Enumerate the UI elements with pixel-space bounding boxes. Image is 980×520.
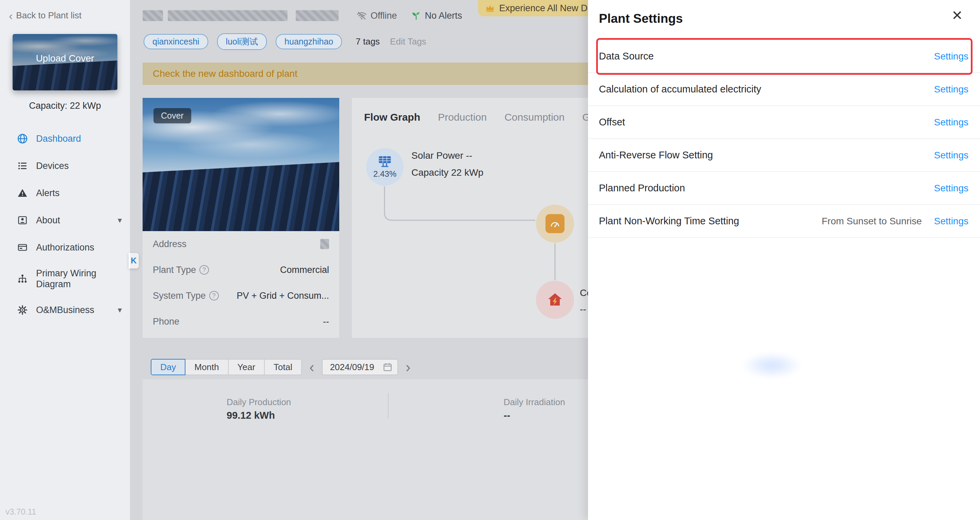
sidebar: ‹ Back to Plant list Upload Cover Capaci… [0,0,130,520]
sidebar-item-label: Primary Wiring Diagram [36,268,104,290]
sidebar-item-devices[interactable]: Devices [0,152,130,179]
consumption-node[interactable] [536,281,574,319]
settings-row-planned-production: Planned Production Settings [588,172,980,205]
settings-row-anti-reverse-flow: Anti-Reverse Flow Setting Settings [588,139,980,172]
back-to-plant-list[interactable]: ‹ Back to Plant list [9,10,82,21]
setting-label: Offset [599,117,625,128]
experience-dashboard-banner[interactable]: Experience All New Da [478,0,588,16]
upload-cover-label: Upload Cover [36,53,94,64]
meter-node[interactable] [536,205,574,243]
info-value: -- [323,316,329,327]
settings-row-non-working-time: Plant Non-Working Time Setting From Suns… [588,205,980,238]
daily-stats-card: Daily Production 99.12 kWh Daily Irradia… [143,379,588,520]
plant-info-card: Cover Address Plant Type ? Commercial Sy… [143,98,339,338]
sidebar-item-om-business[interactable]: O&MBusiness ▾ [0,296,130,323]
redacted-address [320,239,329,249]
side-float-tab[interactable]: K [129,253,139,268]
settings-link[interactable]: Settings [934,183,969,194]
period-month-button[interactable]: Month [185,359,228,375]
solar-texts: Solar Power -- Capacity 22 kWp [411,150,484,178]
tab-production[interactable]: Production [438,111,487,123]
settings-link[interactable]: Settings [934,84,969,95]
plant-capacity: Capacity: 22 kWp [0,101,130,111]
no-alerts-label: No Alerts [425,11,463,21]
decorative-blob [741,352,802,379]
crown-icon [485,3,495,13]
tag-pill[interactable]: luoli测试 [217,33,267,50]
wiring-diagram-icon [16,273,29,285]
solar-node[interactable]: 2.43% [366,148,404,185]
sidebar-item-primary-wiring-diagram[interactable]: Primary Wiring Diagram [0,261,130,296]
period-total-button[interactable]: Total [264,359,302,375]
help-icon[interactable]: ? [199,265,209,274]
new-dashboard-notice: Check the new dashboard of plant [143,63,588,85]
plant-monitor-page: ‹ Back to Plant list Upload Cover Capaci… [0,0,980,520]
settings-row-accumulated-electricity: Calculation of accumulated electricity S… [588,73,980,106]
tab-consumption[interactable]: Consumption [504,111,565,123]
back-label: Back to Plant list [16,10,81,21]
tag-pill[interactable]: qianxinceshi [143,34,208,49]
info-row-address: Address [143,231,339,257]
settings-row-data-source: Data Source Settings [588,40,980,73]
prev-date-button[interactable]: ‹ [309,360,314,374]
sidebar-item-label: Devices [36,160,69,171]
banner-label: Experience All New Da [499,3,588,14]
edit-tags-link[interactable]: Edit Tags [390,36,426,47]
daily-irradiation-label: Daily Irradiation [504,397,565,407]
alert-triangle-icon [16,187,29,199]
tag-pill[interactable]: huangzhihao [275,34,342,49]
setting-label: Calculation of accumulated electricity [599,84,761,95]
settings-list: Data Source Settings Calculation of accu… [588,40,980,238]
main-content: Offline No Alerts Experience All New Da … [130,0,588,520]
tags-row: qianxinceshi luoli测试 huangzhihao 7 tags … [143,33,426,50]
date-picker[interactable]: 2024/09/19 [322,359,398,375]
close-icon[interactable]: × [952,6,962,24]
redacted-plant-name [168,10,288,21]
chevron-left-icon: ‹ [9,11,13,20]
chevron-down-icon: ▾ [118,216,122,225]
settings-link[interactable]: Settings [934,51,969,62]
solar-capacity-label: Capacity 22 kWp [411,167,484,178]
period-year-button[interactable]: Year [228,359,265,375]
settings-link[interactable]: Settings [934,150,969,161]
sidebar-item-dashboard[interactable]: Dashboard [0,125,130,152]
help-icon[interactable]: ? [209,291,219,300]
settings-link[interactable]: Settings [934,117,969,128]
sidebar-item-label: Alerts [36,188,60,198]
period-day-button[interactable]: Day [151,359,185,375]
info-label: Address [153,239,186,249]
status-no-alerts: No Alerts [411,10,463,21]
dashboard-globe-icon [16,133,29,145]
daily-production-label: Daily Production [227,397,291,407]
tab-flow-graph[interactable]: Flow Graph [364,111,420,123]
plant-cover-image: Cover [143,98,339,231]
next-date-button[interactable]: › [406,360,411,374]
info-value: PV + Grid + Consum... [237,290,329,301]
chart-toolbar: Day Month Year Total ‹ 2024/09/19 › [151,359,418,375]
notice-link[interactable]: Check the new dashboard of plant [153,68,298,79]
wifi-off-icon [356,10,367,21]
no-alerts-leaf-icon [411,10,422,21]
upload-cover-button[interactable]: Upload Cover [13,34,118,90]
settings-link[interactable]: Settings [934,216,969,227]
sidebar-item-authorizations[interactable]: Authorizations [0,234,130,261]
setting-label: Data Source [599,51,654,62]
tag-count: 7 tags [356,36,380,47]
plant-info-rows: Address Plant Type ? Commercial System T… [143,231,339,335]
sidebar-nav: Dashboard Devices Alerts About ▾ [0,125,130,323]
offline-label: Offline [371,11,397,21]
setting-label: Planned Production [599,182,685,194]
tab-grid[interactable]: Grid [582,111,588,123]
consumption-label: Co [580,287,588,298]
sidebar-item-label: Dashboard [36,133,81,144]
sidebar-item-about[interactable]: About ▾ [0,207,130,234]
daily-irradiation-value: -- [504,410,510,421]
sidebar-item-label: Authorizations [36,242,94,253]
settings-row-offset: Offset Settings [588,106,980,139]
stats-divider [388,393,388,419]
drawer-title: Plant Settings [599,11,683,26]
solar-percent: 2.43% [373,169,396,179]
sidebar-item-alerts[interactable]: Alerts [0,179,130,207]
plant-settings-drawer: Plant Settings × Data Source Settings Ca… [588,0,980,520]
period-segmented-control: Day Month Year Total [151,359,302,375]
